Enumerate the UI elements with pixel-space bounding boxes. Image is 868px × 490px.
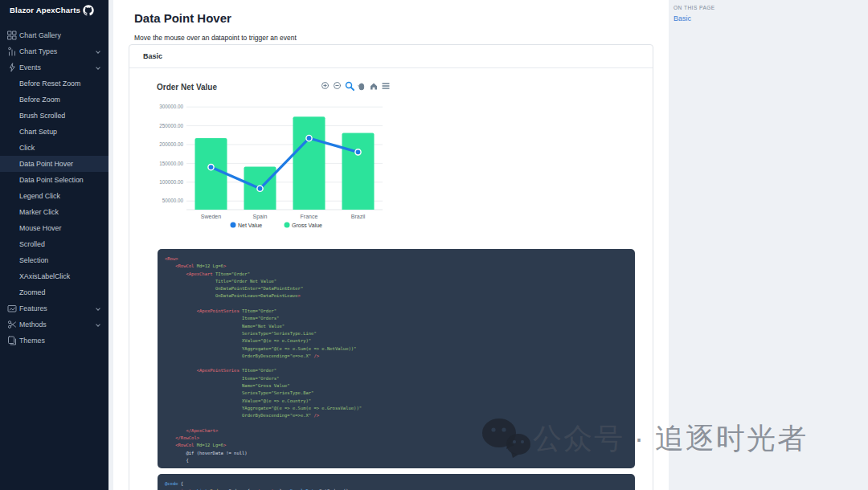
pan-icon[interactable] — [357, 81, 366, 91]
x-label: Sweden — [201, 214, 221, 219]
code-line: <Row> — [165, 255, 628, 263]
sidebar-item-label: Scrolled — [19, 240, 45, 248]
code-block-csharp: @code { private List<Order> Orders { get… — [158, 474, 635, 490]
sidebar-item-label: Zoomed — [19, 288, 45, 296]
svg-text:200000.00: 200000.00 — [159, 141, 183, 147]
features-icon — [7, 304, 17, 313]
app-root: Blazor ApexCharts Chart GalleryChart Typ… — [0, 0, 868, 490]
methods-icon — [7, 320, 17, 329]
code-line: { — [165, 457, 628, 464]
chart-title: Order Net Value — [157, 83, 217, 92]
bar-Brazil — [342, 133, 375, 210]
code-line: @if (hoverData != null) — [165, 450, 628, 457]
sidebar-item-label: Click — [19, 144, 35, 152]
svg-text:250000.00: 250000.00 — [159, 123, 183, 129]
zoom-out-icon[interactable] — [333, 81, 342, 91]
sidebar-item-label: Selection — [19, 256, 48, 264]
code-line: @code { — [165, 480, 628, 488]
sidebar-item-mouse-hover[interactable]: Mouse Hover — [0, 220, 108, 236]
sidebar-item-brush-scrolled[interactable]: Brush Scrolled — [0, 108, 108, 124]
on-this-page-heading: ON THIS PAGE — [674, 5, 715, 10]
code-line: </RowCol> — [165, 435, 628, 442]
sidebar-item-events[interactable]: Events — [0, 59, 108, 76]
svg-text:150000.00: 150000.00 — [159, 161, 183, 166]
sidebar-item-chart-gallery[interactable]: Chart Gallery — [0, 27, 108, 43]
page-subtitle: Move the mouse over an datapoint to trig… — [134, 34, 297, 42]
sidebar-item-marker-click[interactable]: Marker Click — [0, 204, 108, 220]
sidebar-item-label: Brush Scrolled — [19, 112, 65, 120]
sidebar-item-selection[interactable]: Selection — [0, 252, 108, 268]
sidebar-item-label: XAxisLabelClick — [19, 272, 70, 280]
menu-icon[interactable] — [381, 81, 391, 91]
selection-zoom-icon[interactable] — [345, 81, 354, 91]
example-card-header: Basic — [129, 45, 653, 68]
chart-toolbar — [321, 81, 391, 91]
sidebar-item-label: Data Point Selection — [19, 176, 84, 184]
code-line: YAggregate="@(e => e.Sum(e => e.NetValue… — [165, 345, 628, 353]
sidebar-item-scrolled[interactable]: Scrolled — [0, 236, 108, 252]
code-line: OnDataPointLeave=DataPointLeave> — [165, 292, 628, 300]
sidebar-item-label: Data Point Hover — [19, 160, 73, 168]
sidebar-item-label: Chart Gallery — [19, 31, 61, 39]
code-line: SeriesType="SeriesType.Bar" — [165, 390, 628, 397]
code-line: SeriesType="SeriesType.Line" — [165, 330, 628, 337]
x-label: Brazil — [351, 214, 366, 219]
svg-text:50000.00: 50000.00 — [162, 198, 184, 203]
sidebar-item-data-point-selection[interactable]: Data Point Selection — [0, 172, 108, 188]
marker-Spain — [257, 186, 263, 191]
sidebar-item-label: Events — [19, 63, 41, 71]
chevron-down-icon — [96, 322, 100, 327]
sidebar-item-methods[interactable]: Methods — [0, 316, 108, 333]
sidebar-item-themes[interactable]: Themes — [0, 333, 108, 349]
on-this-page-panel: ON THIS PAGE Basic — [669, 0, 868, 490]
sidebar: Blazor ApexCharts Chart GalleryChart Typ… — [0, 0, 108, 490]
code-line: OrderByDescending="e=>e.X" /> — [165, 353, 628, 360]
sidebar-item-data-point-hover[interactable]: Data Point Hover — [0, 156, 108, 172]
x-label: France — [301, 214, 318, 219]
example-card-title: Basic — [143, 52, 162, 60]
sidebar-item-zoomed[interactable]: Zoomed — [0, 284, 108, 300]
sidebar-item-before-zoom[interactable]: Before Zoom — [0, 92, 108, 108]
home-icon[interactable] — [369, 81, 379, 91]
page-title: Data Point Hover — [134, 11, 231, 25]
chevron-down-icon — [96, 306, 100, 311]
svg-text:300000.00: 300000.00 — [159, 104, 183, 109]
events-icon — [7, 63, 17, 72]
marker-Sweden — [208, 164, 214, 169]
sidebar-item-chart-types[interactable]: Chart Types — [0, 43, 108, 59]
bar-France — [293, 116, 326, 210]
sidebar-item-label: Before Reset Zoom — [19, 80, 80, 88]
code-line: Name="Net Value" — [165, 323, 628, 330]
code-line: Items="Orders" — [165, 315, 628, 322]
sidebar-item-chart-setup[interactable]: Chart Setup — [0, 124, 108, 140]
code-line: <RowCol Md=12 Lg=6> — [165, 442, 628, 449]
toc-link-basic[interactable]: Basic — [674, 14, 691, 22]
code-line: XValue="@(e => e.Country)" — [165, 398, 628, 405]
legend-marker — [285, 223, 290, 228]
code-line: <ApexPointSeries TItem="Order" — [165, 308, 628, 315]
code-line: <ApexPointSeries TItem="Order" — [165, 367, 628, 374]
sidebar-item-xaxislabelclick[interactable]: XAxisLabelClick — [0, 268, 108, 284]
sidebar-item-label: Chart Types — [19, 47, 57, 55]
sidebar-item-features[interactable]: Features — [0, 300, 108, 316]
code-line: OrderByDescending="e=>e.X" /> — [165, 412, 628, 419]
github-icon[interactable] — [83, 5, 94, 16]
legend-marker — [231, 223, 236, 228]
chevron-down-icon — [96, 65, 100, 70]
zoom-in-icon[interactable] — [321, 81, 330, 91]
legend-label: Gross Value — [292, 223, 322, 228]
bar-Sweden — [195, 138, 227, 210]
svg-text:100000.00: 100000.00 — [159, 179, 183, 185]
sidebar-item-label: Marker Click — [19, 208, 59, 216]
chevron-down-icon — [96, 49, 100, 54]
code-line — [165, 360, 628, 367]
gallery-icon — [7, 31, 17, 40]
sidebar-item-label: Before Zoom — [19, 96, 60, 104]
apex-chart[interactable]: Order Net Value300000.00250000.00200000.… — [149, 76, 402, 233]
sidebar-item-label: Legend Click — [19, 192, 60, 200]
sidebar-item-before-reset-zoom[interactable]: Before Reset Zoom — [0, 76, 108, 92]
sidebar-item-click[interactable]: Click — [0, 140, 108, 156]
themes-icon — [7, 336, 17, 345]
chart-types-icon — [7, 47, 17, 56]
sidebar-item-legend-click[interactable]: Legend Click — [0, 188, 108, 204]
